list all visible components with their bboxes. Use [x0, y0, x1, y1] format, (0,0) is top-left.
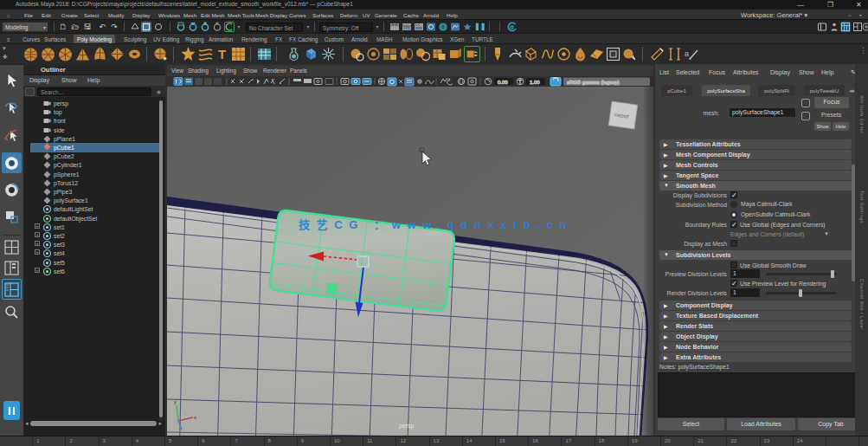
svg-text:x: x: [194, 415, 196, 420]
svg-text:技艺CG ：www.qdnxxfb.cn: 技艺CG ：www.qdnxxfb.cn: [299, 218, 573, 231]
svg-text:y: y: [174, 399, 177, 404]
svg-text:T: T: [218, 47, 226, 61]
svg-text:1.00: 1.00: [530, 80, 540, 85]
svg-text:a: a: [685, 49, 689, 58]
svg-text:persp: persp: [399, 423, 415, 430]
svg-text:0.00: 0.00: [498, 80, 508, 85]
svg-text:sRGB gamma (legacy): sRGB gamma (legacy): [567, 80, 620, 85]
